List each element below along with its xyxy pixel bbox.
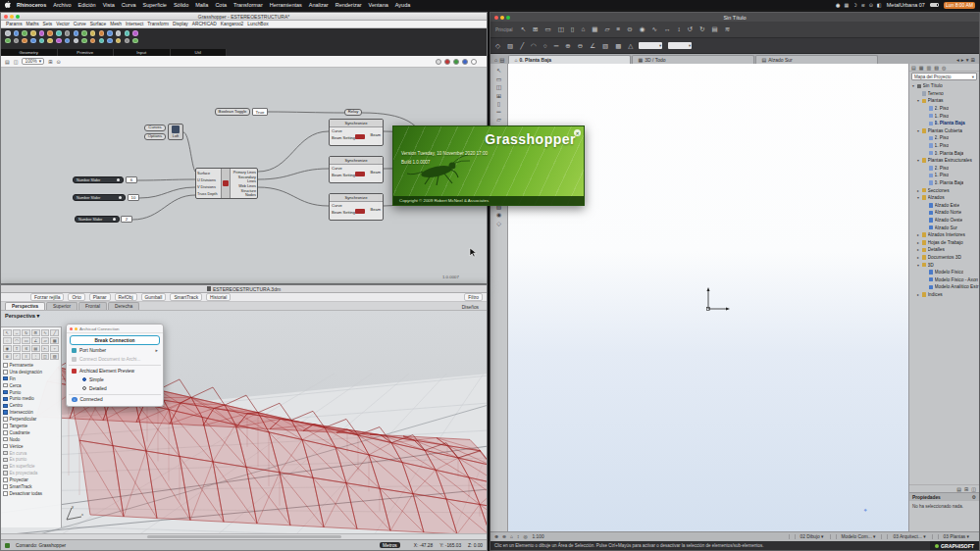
- tab-prev-icon[interactable]: ◂: [956, 57, 959, 63]
- mesh-icon[interactable]: ▤: [31, 345, 40, 352]
- trim-icon[interactable]: ✄: [41, 345, 50, 352]
- tab-list-icon[interactable]: ▾: [966, 57, 969, 63]
- mirror-icon[interactable]: ◫: [41, 353, 50, 360]
- navigator-tree-item[interactable]: ▸ Alzados Interiores: [909, 231, 979, 239]
- input-port[interactable]: Beam Settings: [332, 135, 357, 140]
- dimension-icon[interactable]: ↔: [664, 25, 671, 33]
- loft-node[interactable]: Loft: [168, 124, 183, 140]
- redo-icon[interactable]: ↻: [699, 25, 704, 33]
- triangle-icon[interactable]: △: [628, 42, 633, 50]
- open-file-icon[interactable]: ▤: [5, 59, 10, 65]
- options-param-node[interactable]: Options: [144, 133, 166, 140]
- filter-button[interactable]: Filtro: [464, 293, 483, 301]
- viewport-title[interactable]: Perspectiva ▾: [5, 313, 39, 319]
- component-icon[interactable]: [90, 30, 96, 36]
- component-icon[interactable]: [65, 38, 71, 44]
- component-icon[interactable]: [39, 30, 45, 36]
- sketch-red-button[interactable]: [444, 59, 450, 65]
- rhino-command-bar[interactable]: Comando: Grasshopper Metros X: -47.28 Y:…: [1, 539, 487, 550]
- input-port[interactable]: Curve: [332, 203, 357, 208]
- component-icon[interactable]: [47, 38, 53, 44]
- select-icon[interactable]: ↖: [521, 25, 526, 33]
- synchronize-node[interactable]: Synchronize Curve Beam Settings Beam: [329, 119, 384, 146]
- pen-icon[interactable]: ◇: [495, 42, 500, 50]
- detach-icon[interactable]: ◫: [971, 486, 976, 492]
- component-icon[interactable]: [81, 30, 87, 36]
- osnap-row[interactable]: Cuadrante: [1, 429, 61, 436]
- polyline-icon[interactable]: ∠: [31, 337, 40, 344]
- osnap-checkbox[interactable]: [3, 458, 8, 463]
- tree-twist-icon[interactable]: ▾: [911, 83, 915, 88]
- component-icon[interactable]: [39, 38, 45, 44]
- offset-icon[interactable]: ≡: [22, 353, 30, 360]
- osnap-row[interactable]: En curva: [1, 450, 61, 457]
- synchronize-node[interactable]: Synchronize Curve Beam Settings Beam: [329, 156, 384, 183]
- navigator-map-select[interactable]: Mapa del Proyecto ▾: [911, 73, 977, 80]
- grasshopper-category-tab[interactable]: LunchBox: [247, 22, 268, 26]
- units-readout[interactable]: Metros: [380, 542, 400, 548]
- component-icon[interactable]: [30, 38, 36, 44]
- output-port[interactable]: Secondary Lines: [232, 175, 256, 183]
- navigator-tree-item[interactable]: ▾ Sin Título: [909, 82, 979, 90]
- perspective-viewport[interactable]: Perspectiva ▾ x y ↖↔↻⊞∿╱○◠▭∠▱▦◉⇧≋▤✄÷⊕◜≡⋮…: [1, 311, 487, 533]
- osnap-row[interactable]: SmartTrack: [1, 483, 61, 490]
- osnap-row[interactable]: Es proyectada: [1, 470, 61, 476]
- grasshopper-category-tab[interactable]: Transform: [147, 22, 169, 26]
- menubar-item[interactable]: Cota: [215, 2, 227, 8]
- grasshopper-category-tab[interactable]: Sets: [43, 22, 53, 26]
- statusbar-dropdown[interactable]: 03 Plantas ▾: [932, 534, 969, 539]
- grasshopper-category-tab[interactable]: Vector: [56, 22, 70, 26]
- osnap-checkbox[interactable]: [3, 477, 8, 482]
- properties-panel-icon[interactable]: ▤: [956, 486, 961, 492]
- component-icon[interactable]: [116, 30, 122, 36]
- component-icon[interactable]: [22, 30, 27, 36]
- pin-icon[interactable]: ◎: [942, 65, 946, 71]
- osnap-checkbox[interactable]: [3, 451, 8, 456]
- extrude-icon[interactable]: ⇧: [13, 345, 22, 352]
- line-icon[interactable]: ╱: [50, 329, 59, 336]
- osnap-row[interactable]: Punto: [1, 389, 61, 396]
- archicad-titlebar[interactable]: Sin Título: [490, 13, 979, 22]
- grasshopper-category-tab[interactable]: Surface: [90, 22, 107, 26]
- output-port[interactable]: Web Lines: [238, 184, 256, 188]
- osnap-row[interactable]: Fin: [1, 376, 61, 382]
- grasshopper-splash[interactable]: Grasshopper Version Tuesday, 10 November…: [392, 125, 585, 206]
- osnap-checkbox[interactable]: [3, 383, 8, 388]
- toolbar-dropdown[interactable]: ▾: [639, 42, 662, 49]
- home-zoom-icon[interactable]: ⌂: [510, 534, 513, 539]
- input-port[interactable]: Curve: [332, 166, 357, 171]
- move-icon[interactable]: ↔: [13, 329, 22, 336]
- preview-simple-option[interactable]: Simple: [67, 376, 163, 384]
- tree-twist-icon[interactable]: ▾: [916, 128, 920, 133]
- marquee-icon[interactable]: ⊞: [533, 25, 538, 33]
- osnap-checkbox[interactable]: [3, 376, 8, 381]
- display-icon[interactable]: ▦: [844, 2, 849, 8]
- navigator-tree-item[interactable]: 1. Piso: [909, 112, 979, 120]
- component-icon[interactable]: [81, 38, 87, 44]
- osnap-row[interactable]: Centro: [1, 402, 61, 409]
- connect-document-item[interactable]: Connect Document to Archi...: [67, 355, 163, 364]
- navigator-tree-item[interactable]: 0. Planta Baja: [909, 179, 979, 187]
- component-icon[interactable]: [14, 30, 20, 36]
- scale-readout[interactable]: 1:100: [533, 534, 544, 539]
- input-port[interactable]: Surface: [197, 172, 210, 175]
- status-toggle-button[interactable]: RefObj: [115, 293, 137, 301]
- component-icon[interactable]: [107, 38, 113, 44]
- output-port[interactable]: Beam: [371, 170, 381, 175]
- zoom-in-icon[interactable]: ⊕: [494, 534, 498, 539]
- keyboard-icon[interactable]: ◧: [877, 2, 882, 8]
- component-icon[interactable]: [65, 30, 71, 36]
- moon-icon[interactable]: ☽: [852, 2, 856, 8]
- menubar-item[interactable]: Superficie: [142, 2, 166, 8]
- rect-icon[interactable]: ▭: [22, 337, 30, 344]
- component-icon[interactable]: [99, 30, 105, 36]
- navigator-tree-item[interactable]: Modelo Físico: [909, 269, 979, 276]
- spotlight-icon[interactable]: ⊙: [869, 2, 873, 8]
- component-icon[interactable]: [30, 30, 36, 36]
- component-icon[interactable]: [125, 38, 130, 44]
- status-toggle-button[interactable]: Forzar rejilla: [30, 293, 64, 301]
- angle-icon[interactable]: ∠: [590, 42, 595, 50]
- split-icon[interactable]: ÷: [50, 345, 59, 352]
- tree-twist-icon[interactable]: ▾: [916, 195, 920, 200]
- grasshopper-category-tab[interactable]: Kangaroo2: [221, 22, 243, 26]
